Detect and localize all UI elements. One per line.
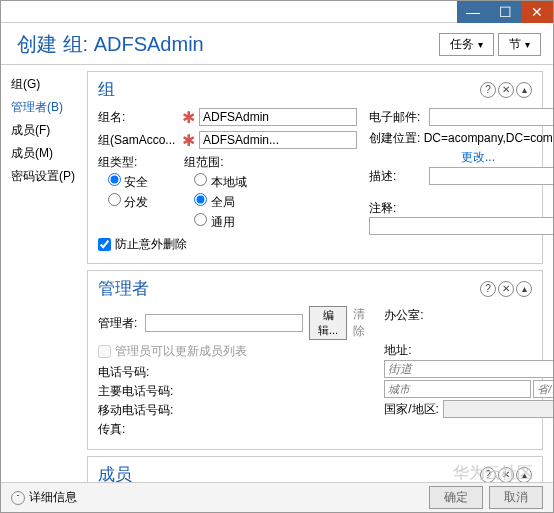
group-scope-univ-radio[interactable]: 通用 — [194, 212, 246, 232]
sidebar-item-memberof[interactable]: 成员(F) — [11, 119, 87, 142]
dialog-header: 创建 组: ADFSAdmin 任务 节 — [1, 23, 553, 65]
group-scope-label: 组范围: — [184, 153, 246, 172]
city-input[interactable] — [384, 380, 531, 398]
detail-info-label[interactable]: 详细信息 — [29, 489, 77, 506]
group-type-security-radio[interactable]: 安全 — [108, 172, 148, 192]
close-section-icon[interactable]: ✕ — [498, 82, 514, 98]
manager-label: 管理者: — [98, 315, 139, 332]
collapse-icon[interactable]: ▴ — [516, 82, 532, 98]
ok-button[interactable]: 确定 — [429, 486, 483, 509]
country-label: 国家/地区: — [384, 401, 439, 418]
window-titlebar: — ☐ ✕ — [1, 1, 553, 23]
group-sam-input[interactable] — [199, 131, 357, 149]
desc-input[interactable] — [429, 167, 553, 185]
help-icon[interactable]: ? — [480, 82, 496, 98]
group-sam-label: 组(SamAcco... — [98, 132, 178, 149]
mainphone-label: 主要电话号码: — [98, 382, 372, 401]
street-input[interactable] — [384, 360, 553, 378]
address-label: 地址: — [384, 341, 553, 360]
sections-dropdown[interactable]: 节 — [498, 33, 541, 56]
dialog-footer: ˇ 详细信息 确定 取消 — [1, 482, 553, 512]
group-scope-local-radio[interactable]: 本地域 — [194, 172, 246, 192]
group-scope-global-radio[interactable]: 全局 — [194, 192, 246, 212]
required-icon: ✱ — [182, 131, 195, 150]
createin-label: 创建位置: — [369, 131, 420, 145]
desc-label: 描述: — [369, 168, 429, 185]
mobile-label: 移动电话号码: — [98, 401, 372, 420]
group-type-dist-radio[interactable]: 分发 — [108, 192, 148, 212]
createin-value: DC=acompany,DC=com — [424, 131, 553, 145]
maximize-button[interactable]: ☐ — [489, 1, 521, 23]
sidebar-item-group[interactable]: 组(G) — [11, 73, 87, 96]
sidebar-item-members[interactable]: 成员(M) — [11, 142, 87, 165]
manager-section: 管理者 ? ✕ ▴ 管理者: 编辑... 清除 管理员可以更新成员列表 电 — [87, 270, 543, 450]
protect-delete-checkbox[interactable]: 防止意外删除 — [98, 236, 357, 253]
office-label: 办公室: — [384, 306, 553, 325]
can-update-checkbox: 管理员可以更新成员列表 — [98, 343, 372, 360]
tasks-dropdown[interactable]: 任务 — [439, 33, 494, 56]
clear-manager-button[interactable]: 清除 — [353, 306, 372, 340]
sidebar-item-managedby[interactable]: 管理者(B) — [11, 96, 87, 119]
country-select[interactable] — [443, 400, 553, 418]
collapse-icon[interactable]: ▴ — [516, 281, 532, 297]
group-name-input[interactable] — [199, 108, 357, 126]
group-section-title: 组 — [98, 78, 115, 101]
required-icon: ✱ — [182, 108, 195, 127]
phone-label: 电话号码: — [98, 363, 372, 382]
notes-input[interactable] — [369, 217, 553, 235]
close-section-icon[interactable]: ✕ — [498, 467, 514, 483]
group-section: 组 ? ✕ ▴ 组名: ✱ 组(SamAcco... ✱ — [87, 71, 543, 264]
help-icon[interactable]: ? — [480, 281, 496, 297]
minimize-button[interactable]: — — [457, 1, 489, 23]
close-button[interactable]: ✕ — [521, 1, 553, 23]
notes-label: 注释: — [369, 201, 396, 215]
manager-input[interactable] — [145, 314, 303, 332]
expand-icon[interactable]: ˇ — [11, 491, 25, 505]
close-section-icon[interactable]: ✕ — [498, 281, 514, 297]
main-content: 组 ? ✕ ▴ 组名: ✱ 组(SamAcco... ✱ — [87, 65, 553, 498]
group-type-label: 组类型: — [98, 153, 148, 172]
dialog-title: 创建 组: ADFSAdmin — [17, 31, 204, 58]
manager-section-title: 管理者 — [98, 277, 149, 300]
group-name-label: 组名: — [98, 109, 178, 126]
fax-label: 传真: — [98, 420, 372, 439]
email-input[interactable] — [429, 108, 553, 126]
state-input[interactable] — [533, 380, 553, 398]
sidebar-item-password[interactable]: 密码设置(P) — [11, 165, 87, 188]
email-label: 电子邮件: — [369, 109, 429, 126]
section-nav-sidebar: 组(G) 管理者(B) 成员(F) 成员(M) 密码设置(P) — [1, 65, 87, 498]
edit-manager-button[interactable]: 编辑... — [309, 306, 347, 340]
change-link[interactable]: 更改... — [461, 150, 495, 164]
collapse-icon[interactable]: ▴ — [516, 467, 532, 483]
help-icon[interactable]: ? — [480, 467, 496, 483]
cancel-button[interactable]: 取消 — [489, 486, 543, 509]
